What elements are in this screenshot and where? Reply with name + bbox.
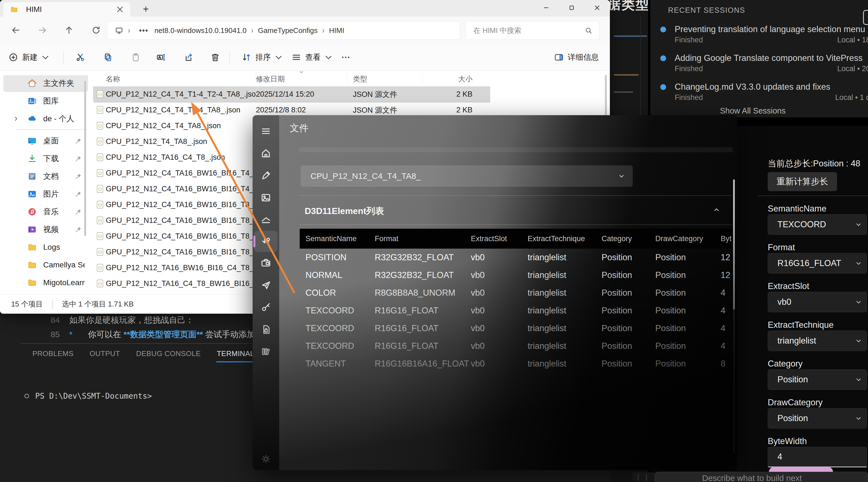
session-item[interactable]: Preventing translation of language selec… xyxy=(650,20,868,48)
sort-indicator-icon xyxy=(299,69,304,75)
recalculate-stride-button[interactable]: 重新计算步长 xyxy=(768,172,837,191)
rail-item[interactable] xyxy=(254,142,278,164)
rail-item[interactable] xyxy=(254,341,278,363)
sidebar-item[interactable]: 音乐 xyxy=(3,204,88,220)
table-row[interactable]: TANGENT R16G16B16A16_FLOAT vb0 trianglel… xyxy=(300,355,732,373)
cut-button[interactable] xyxy=(75,51,85,63)
chevron-up-icon[interactable] xyxy=(713,206,720,214)
view-button[interactable]: 查看 xyxy=(291,51,334,63)
sort-button[interactable]: 排序 xyxy=(242,51,284,63)
rail-item[interactable] xyxy=(254,209,278,231)
rail-item[interactable] xyxy=(254,187,278,209)
minimize-button[interactable] xyxy=(533,0,559,15)
paste-button[interactable] xyxy=(131,51,141,63)
field-control[interactable]: R16G16_FLOAT xyxy=(768,253,867,274)
table-row[interactable]: COLOR R8G8B8A8_UNORM vb0 trianglelist Po… xyxy=(300,284,732,302)
rail-item[interactable] xyxy=(254,318,278,341)
table-header-cell[interactable]: ByteWidth xyxy=(721,234,732,243)
panel-tab[interactable]: DEBUG CONSOLE xyxy=(135,346,201,362)
close-button[interactable] xyxy=(584,0,610,15)
table-row[interactable]: TEXCOORD R16G16_FLOAT vb0 trianglelist P… xyxy=(300,320,732,337)
column-headers: 名称 修改日期 类型 大小 xyxy=(93,72,490,85)
sidebar-item[interactable]: 图片 xyxy=(3,186,88,202)
sidebar-item[interactable]: 主文件夹 xyxy=(3,75,88,91)
sidebar-item[interactable]: MigotoLearn xyxy=(3,275,88,291)
file-name: CPU_P12_N12_C4_T4_T1-4_T2-4_TA8_.json xyxy=(106,90,256,99)
back-icon[interactable] xyxy=(11,26,21,35)
breadcrumb[interactable]: net8.0-windows10.0.19041.0 xyxy=(155,26,247,35)
table-header-cell[interactable]: Format xyxy=(375,234,471,243)
explorer-tab[interactable]: HIMI xyxy=(3,2,130,17)
breadcrumb[interactable]: HIMI xyxy=(329,26,344,35)
composer-input[interactable] xyxy=(702,473,857,482)
breadcrumb[interactable]: GameTypeConfigs xyxy=(258,26,317,35)
field-control[interactable]: 4 xyxy=(768,447,867,467)
search-input[interactable] xyxy=(473,26,578,35)
more-button[interactable] xyxy=(341,51,351,63)
show-all-sessions-link[interactable]: Show All Sessions xyxy=(650,106,855,116)
chevron-down-icon xyxy=(618,172,625,180)
rail-item[interactable] xyxy=(254,231,278,252)
column-name[interactable]: 名称 xyxy=(106,74,256,84)
rail-item[interactable] xyxy=(254,252,278,274)
sidebar-item[interactable]: 下载 xyxy=(3,151,88,167)
table-row[interactable]: NORMAL R32G32B32_FLOAT vb0 trianglelist … xyxy=(300,266,732,284)
field-control[interactable]: vb0 xyxy=(768,292,867,312)
sidebar-item[interactable]: 图库 xyxy=(3,93,88,109)
breadcrumb-overflow[interactable]: ••• xyxy=(139,26,148,35)
sidebar-item[interactable]: 桌面 xyxy=(3,133,88,149)
refresh-icon[interactable] xyxy=(91,26,101,35)
new-button[interactable]: 新建 xyxy=(8,51,51,63)
table-row[interactable]: TEXCOORD R16G16_FLOAT vb0 trianglelist P… xyxy=(300,337,732,355)
delete-button[interactable] xyxy=(210,51,220,63)
copy-button[interactable] xyxy=(103,51,113,63)
sidebar-item[interactable]: 文档 xyxy=(3,168,88,184)
sidebar-item[interactable]: Logs xyxy=(3,239,88,255)
field-control[interactable]: trianglelist xyxy=(768,330,867,351)
share-button[interactable] xyxy=(184,51,194,63)
sidebar-item[interactable]: Camellya Sexy I xyxy=(3,257,88,273)
rail-item[interactable] xyxy=(254,274,278,296)
session-item[interactable]: ChangeLog.md V3.3.0 updates and fixes Fi… xyxy=(650,77,868,106)
tab-close-icon[interactable] xyxy=(116,5,124,13)
field-control[interactable]: TEXCOORD xyxy=(768,214,867,235)
table-header-cell[interactable]: DrawCategory xyxy=(655,234,721,243)
rename-button[interactable] xyxy=(156,51,166,63)
field-control[interactable]: Position xyxy=(768,369,867,390)
address-bar[interactable]: › ••• net8.0-windows10.0.19041.0 › GameT… xyxy=(107,21,460,40)
new-tab-button[interactable]: + xyxy=(143,3,149,15)
settings-rail-item[interactable] xyxy=(254,451,278,467)
panel-tab[interactable]: OUTPUT xyxy=(89,346,121,362)
sidebar-scrollbar[interactable] xyxy=(84,81,86,236)
expander-chevron-icon[interactable] xyxy=(13,116,20,122)
column-date[interactable]: 修改日期 xyxy=(256,74,347,84)
up-icon[interactable] xyxy=(64,26,74,35)
panel-tab[interactable]: TERMINAL xyxy=(216,346,255,362)
app-scrollbar-thumb[interactable] xyxy=(733,180,735,310)
rail-item[interactable] xyxy=(254,164,278,187)
table-header-cell[interactable]: ExtractTechnique xyxy=(528,234,601,243)
forward-icon[interactable] xyxy=(38,26,47,35)
table-row[interactable]: TEXCOORD R16G16_FLOAT vb0 trianglelist P… xyxy=(300,302,732,320)
sidebar-item[interactable]: 视频 xyxy=(3,222,88,237)
terminal[interactable]: PS D:\Dev\SSMT-Documents> xyxy=(24,391,152,400)
sidebar-item[interactable]: de - 个人 xyxy=(3,111,88,127)
column-size[interactable]: 大小 xyxy=(423,74,490,84)
field-control[interactable]: Position xyxy=(768,408,867,428)
file-row[interactable]: {} CPU_P12_N12_C4_T4_T1-4_T2-4_TA8_.json… xyxy=(93,86,490,102)
rail-item[interactable] xyxy=(254,296,278,318)
table-row[interactable]: POSITION R32G32B32_FLOAT vb0 trianglelis… xyxy=(300,249,732,266)
rail-item[interactable] xyxy=(254,120,278,142)
table-header-cell[interactable]: ExtractSlot xyxy=(471,234,528,243)
maximize-button[interactable] xyxy=(559,0,584,15)
element-list-section[interactable]: D3D11Element列表 xyxy=(300,195,732,225)
corner-icon[interactable] xyxy=(863,10,868,25)
session-item[interactable]: Adding Google Translate component to Vit… xyxy=(650,48,868,77)
panel-tab[interactable]: PROBLEMS xyxy=(32,346,74,362)
table-header-cell[interactable]: Category xyxy=(601,234,655,243)
preset-dropdown[interactable]: CPU_P12_N12_C4_T4_TA8_ xyxy=(301,166,632,187)
column-type[interactable]: 类型 xyxy=(347,74,423,84)
details-toggle[interactable]: 详细信息 xyxy=(554,51,599,63)
search-icon[interactable] xyxy=(585,27,592,34)
table-header-cell[interactable]: SemanticName xyxy=(306,234,375,243)
